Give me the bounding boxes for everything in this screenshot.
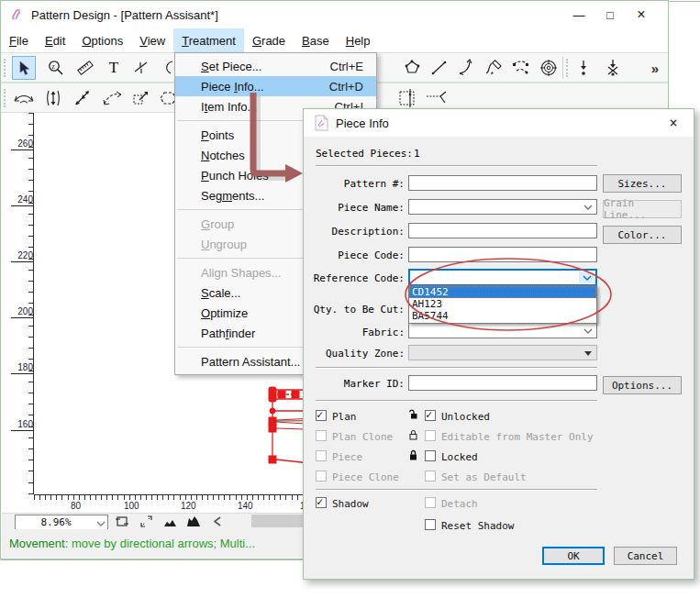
chevron-down-icon[interactable] [581, 325, 595, 337]
piece-info-doc-icon [315, 115, 328, 131]
menu-treatment[interactable]: Treatment [173, 28, 244, 52]
piece-code-input[interactable] [408, 247, 597, 262]
notch-rect-icon[interactable] [395, 86, 419, 110]
zoom-tool-icon[interactable]: z [43, 56, 67, 80]
polygon-tool-icon[interactable] [400, 56, 424, 80]
dialog-close-icon[interactable]: × [664, 115, 683, 131]
quality-zone-label: Quality Zone: [304, 348, 405, 360]
set-as-default-checkbox [425, 471, 436, 482]
expand-icon[interactable] [138, 515, 154, 528]
toolbar-grip[interactable] [4, 89, 8, 107]
color-button[interactable]: Color... [603, 226, 682, 244]
vertical-measure-icon[interactable] [41, 86, 65, 110]
menu-bar: File Edit Options View Treatment Grade B… [1, 28, 668, 52]
title-bar: Pattern Design - [Pattern Assisant*] — □… [1, 1, 668, 28]
plan-clone-checkbox [316, 430, 327, 441]
fabric-combo[interactable] [408, 323, 597, 338]
piece-name-combo[interactable] [408, 199, 597, 215]
reference-code-combo[interactable] [408, 269, 597, 286]
edit-curve-pencil-icon[interactable] [482, 56, 506, 80]
delete-point-icon[interactable] [601, 56, 625, 80]
zoom-combo[interactable]: 8.96% [15, 515, 108, 530]
cancel-button[interactable]: Cancel [614, 547, 677, 565]
zoom-dropdown-chevron-icon[interactable] [96, 517, 106, 528]
chevron-down-icon[interactable] [581, 201, 595, 213]
menu-file[interactable]: File [1, 28, 37, 52]
reset-shadow-checkbox[interactable] [425, 519, 436, 530]
piece-name-label: Piece Name: [304, 202, 405, 214]
reference-code-label: Reference Code: [304, 272, 405, 284]
options-button[interactable]: Options... [603, 376, 682, 394]
menu-base[interactable]: Base [294, 28, 338, 52]
pattern-number-label: Pattern #: [304, 178, 405, 190]
app-icon [9, 7, 24, 22]
menu-options[interactable]: Options [73, 28, 131, 52]
arc-arrow-icon[interactable] [454, 56, 478, 80]
ruler-label: 100 [124, 501, 139, 511]
scatter-arrows-icon[interactable] [71, 86, 94, 110]
set-as-default-label: Set as Default [441, 471, 527, 483]
pattern-number-input[interactable] [408, 175, 597, 191]
locked-checkbox[interactable] [425, 450, 436, 461]
chevron-down-icon[interactable] [579, 271, 594, 283]
overflow-chevron-icon[interactable]: » [643, 56, 667, 80]
sizes-button[interactable]: Sizes... [603, 174, 682, 193]
plan-checkbox[interactable] [316, 410, 327, 421]
pieces-large-icon[interactable] [185, 515, 202, 528]
dropdown-item[interactable]: AH123 [409, 298, 596, 310]
angle-arc-icon[interactable] [100, 86, 124, 110]
smooth-curve-icon[interactable] [12, 86, 36, 110]
measure-ruler-icon[interactable] [73, 56, 97, 80]
toolbar-grip[interactable] [566, 59, 571, 77]
locked-label: Locked [441, 451, 478, 463]
dropdown-item[interactable]: BA5744 [409, 310, 596, 322]
unlocked-checkbox[interactable] [425, 410, 436, 421]
maximize-button[interactable]: □ [594, 3, 626, 27]
minimize-button[interactable]: — [563, 3, 594, 27]
corner-line-icon[interactable] [425, 86, 449, 110]
description-input[interactable] [408, 223, 597, 238]
marker-id-input[interactable] [408, 375, 597, 391]
dropdown-arrow-icon [584, 351, 592, 356]
pieces-small-icon[interactable] [161, 515, 178, 528]
separator [316, 400, 597, 402]
back-chevron-icon[interactable] [209, 515, 226, 528]
lock-filled-icon [407, 449, 419, 461]
menu-grade[interactable]: Grade [244, 28, 294, 52]
shadow-label: Shadow [332, 498, 369, 510]
text-tool-icon[interactable]: T [102, 56, 126, 80]
ruler-label: 140 [238, 501, 253, 511]
target-spiral-icon[interactable] [537, 56, 561, 80]
close-button[interactable]: × [626, 3, 657, 27]
toolbar-grip[interactable] [4, 59, 8, 77]
piece-label: Piece [332, 451, 362, 463]
detach-checkbox [425, 497, 436, 508]
fit-frame-icon[interactable] [114, 515, 130, 528]
horizontal-scrollbar-thumb[interactable] [251, 515, 305, 527]
select-tool-icon[interactable] [12, 56, 36, 80]
menu-item-piece-info[interactable]: Piece Info...Ctrl+D [175, 76, 376, 96]
shadow-checkbox[interactable] [316, 497, 327, 508]
ruler-label: 80 [71, 501, 81, 511]
menu-view[interactable]: View [131, 28, 173, 52]
window-title: Pattern Design - [Pattern Assisant*] [31, 8, 218, 22]
pattern-piece-fragment[interactable] [259, 382, 306, 469]
reset-shadow-label: Reset Shadow [441, 520, 514, 532]
menu-help[interactable]: Help [338, 28, 379, 52]
selected-pieces-label: Selected Pieces: [316, 148, 413, 160]
status-prefix: Movement: [9, 537, 68, 550]
marker-id-label: Marker ID: [304, 378, 405, 390]
dropdown-item[interactable]: CD1452 [409, 286, 596, 298]
split-line-icon[interactable] [129, 56, 153, 80]
insert-point-icon[interactable] [572, 56, 595, 80]
dashed-curve-icon[interactable] [509, 56, 533, 80]
ok-button[interactable]: OK [542, 547, 605, 565]
copy-shape-icon[interactable] [129, 86, 153, 110]
ruler-label: 120 [181, 501, 196, 511]
menu-edit[interactable]: Edit [37, 28, 73, 52]
reference-code-dropdown-list: CD1452 AH123 BA5744 [408, 285, 597, 324]
ruler-label: 220 [11, 250, 33, 262]
menu-item-set-piece[interactable]: Set Piece...Ctrl+E [175, 56, 376, 76]
separator [316, 367, 597, 369]
line-tool-icon[interactable] [428, 56, 451, 80]
